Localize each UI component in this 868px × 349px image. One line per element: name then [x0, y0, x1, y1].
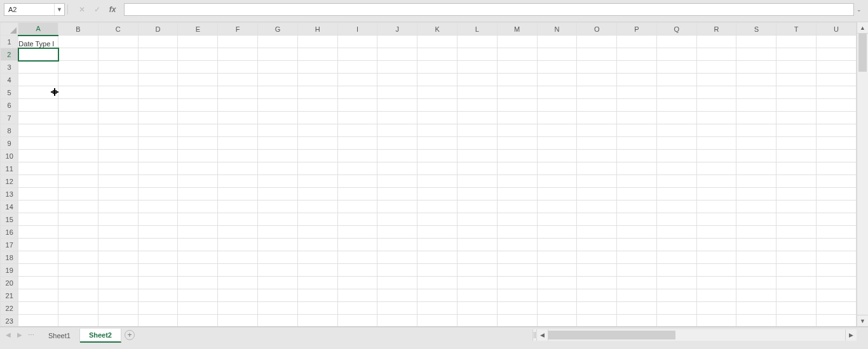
- cell-U12[interactable]: [816, 175, 856, 188]
- cell-S16[interactable]: [736, 226, 776, 239]
- cell-U8[interactable]: [816, 124, 856, 137]
- cell-S23[interactable]: [736, 315, 776, 327]
- cell-B7[interactable]: [58, 112, 98, 124]
- cell-H1[interactable]: [297, 36, 337, 48]
- cell-B18[interactable]: [58, 251, 98, 264]
- cell-S22[interactable]: [736, 302, 776, 315]
- cell-P1[interactable]: [617, 36, 657, 48]
- cell-P22[interactable]: [617, 302, 657, 315]
- cell-C23[interactable]: [98, 315, 138, 327]
- cell-F13[interactable]: [218, 188, 258, 201]
- cell-C14[interactable]: [98, 201, 138, 213]
- cell-N17[interactable]: [537, 239, 577, 251]
- col-header-M[interactable]: M: [497, 23, 537, 36]
- scroll-left-icon[interactable]: ◀: [537, 329, 548, 341]
- cell-U21[interactable]: [816, 289, 856, 302]
- row-header-8[interactable]: 8: [1, 124, 18, 137]
- cell-P10[interactable]: [617, 150, 657, 162]
- cell-G3[interactable]: [258, 61, 298, 74]
- cell-J17[interactable]: [377, 239, 417, 251]
- cell-B20[interactable]: [58, 277, 98, 289]
- col-header-Q[interactable]: Q: [656, 23, 696, 36]
- scroll-right-icon[interactable]: ▶: [845, 329, 857, 341]
- cell-T13[interactable]: [776, 188, 817, 201]
- cell-I23[interactable]: [337, 315, 377, 327]
- cell-Q8[interactable]: [656, 124, 696, 137]
- cell-P23[interactable]: [617, 315, 657, 327]
- cell-H12[interactable]: [297, 175, 337, 188]
- cell-G21[interactable]: [258, 289, 298, 302]
- cell-B9[interactable]: [58, 137, 98, 150]
- cell-J1[interactable]: [377, 36, 417, 48]
- cell-H14[interactable]: [297, 201, 337, 213]
- cell-N22[interactable]: [537, 302, 577, 315]
- col-header-T[interactable]: T: [776, 23, 817, 36]
- cell-O11[interactable]: [577, 162, 617, 175]
- cell-U23[interactable]: [816, 315, 856, 327]
- cell-S2[interactable]: [736, 48, 776, 61]
- cell-J20[interactable]: [377, 277, 417, 289]
- cell-U18[interactable]: [816, 251, 856, 264]
- cell-A3[interactable]: [18, 61, 58, 74]
- cell-C4[interactable]: [98, 74, 138, 86]
- cell-H23[interactable]: [297, 315, 337, 327]
- col-header-A[interactable]: A: [18, 23, 58, 36]
- cell-L5[interactable]: [457, 86, 497, 99]
- cell-E6[interactable]: [178, 99, 218, 112]
- cell-R18[interactable]: [696, 251, 736, 264]
- cell-D10[interactable]: [138, 150, 178, 162]
- cell-C3[interactable]: [98, 61, 138, 74]
- cell-E16[interactable]: [178, 226, 218, 239]
- cell-G2[interactable]: [258, 48, 298, 61]
- cell-B5[interactable]: [58, 86, 98, 99]
- cell-E10[interactable]: [178, 150, 218, 162]
- cell-L17[interactable]: [457, 239, 497, 251]
- cell-K18[interactable]: [417, 251, 458, 264]
- cell-D20[interactable]: [138, 277, 178, 289]
- cell-G8[interactable]: [258, 124, 298, 137]
- cell-L13[interactable]: [457, 188, 497, 201]
- cell-N21[interactable]: [537, 289, 577, 302]
- row-header-23[interactable]: 23: [1, 315, 18, 327]
- cell-I2[interactable]: [337, 48, 377, 61]
- cell-K1[interactable]: [417, 36, 458, 48]
- cell-Q5[interactable]: [656, 86, 696, 99]
- cell-O17[interactable]: [577, 239, 617, 251]
- cell-U3[interactable]: [816, 61, 856, 74]
- cell-O2[interactable]: [577, 48, 617, 61]
- cell-B21[interactable]: [58, 289, 98, 302]
- cell-C20[interactable]: [98, 277, 138, 289]
- scroll-down-icon[interactable]: ▼: [857, 315, 868, 326]
- cell-O10[interactable]: [577, 150, 617, 162]
- cell-R20[interactable]: [696, 277, 736, 289]
- cell-T6[interactable]: [776, 99, 817, 112]
- cell-M12[interactable]: [497, 175, 537, 188]
- cell-E11[interactable]: [178, 162, 218, 175]
- cell-M21[interactable]: [497, 289, 537, 302]
- cell-G15[interactable]: [258, 213, 298, 226]
- cell-C11[interactable]: [98, 162, 138, 175]
- col-header-U[interactable]: U: [816, 23, 856, 36]
- horizontal-scroll-track[interactable]: [548, 329, 845, 341]
- cell-Q21[interactable]: [656, 289, 696, 302]
- cell-E3[interactable]: [178, 61, 218, 74]
- cell-L14[interactable]: [457, 201, 497, 213]
- cell-M1[interactable]: [497, 36, 537, 48]
- row-header-10[interactable]: 10: [1, 150, 18, 162]
- cell-L4[interactable]: [457, 74, 497, 86]
- cell-D21[interactable]: [138, 289, 178, 302]
- cell-O5[interactable]: [577, 86, 617, 99]
- cell-N23[interactable]: [537, 315, 577, 327]
- tab-prev-icon[interactable]: ◀: [3, 329, 14, 341]
- name-box-dropdown-icon[interactable]: ▼: [54, 4, 64, 15]
- cell-T14[interactable]: [776, 201, 817, 213]
- cell-R12[interactable]: [696, 175, 736, 188]
- cell-U6[interactable]: [816, 99, 856, 112]
- cell-Q11[interactable]: [656, 162, 696, 175]
- cell-U14[interactable]: [816, 201, 856, 213]
- cell-D2[interactable]: [138, 48, 178, 61]
- cell-E17[interactable]: [178, 239, 218, 251]
- cell-O21[interactable]: [577, 289, 617, 302]
- cell-R5[interactable]: [696, 86, 736, 99]
- cell-G12[interactable]: [258, 175, 298, 188]
